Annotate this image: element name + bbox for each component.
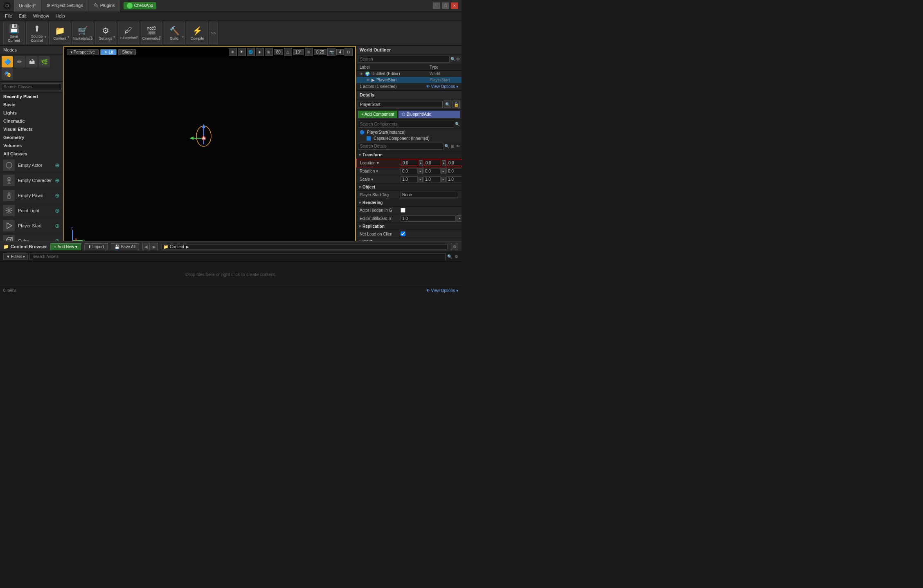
comp-item-playerstart[interactable]: 🔵 PlayerStart(Instance) [356, 129, 462, 135]
search-settings-icon[interactable]: ⚙ [455, 254, 458, 259]
vp-icon-1[interactable]: ⊕ [229, 48, 237, 56]
compile-button[interactable]: ⚡ Compile [187, 22, 208, 44]
player-start-tag-input[interactable] [401, 192, 458, 198]
mode-icon-mesh[interactable]: 🎭 [2, 68, 13, 80]
rot-y-spin[interactable]: ▸ [441, 168, 446, 174]
settings-icon[interactable]: ⚙ [456, 57, 460, 61]
tab-untitled[interactable]: Untitled* [14, 0, 41, 11]
add-new-button[interactable]: + Add New ▾ [50, 243, 81, 250]
cinematics-button[interactable]: 🎬 Cinematics ▾ [141, 22, 162, 44]
actor-name-input[interactable] [358, 101, 443, 108]
search-assets-input[interactable] [29, 253, 446, 260]
vp-num-angle[interactable]: 10° [293, 49, 304, 55]
close-button[interactable]: ✕ [451, 2, 458, 9]
loc-x-spin[interactable]: ▸ [419, 160, 423, 166]
category-geometry[interactable]: Geometry [0, 133, 63, 141]
category-all-classes[interactable]: All Classes [0, 150, 63, 158]
world-outliner-item-world[interactable]: 👁 🌍 Untitled (Editor) World [356, 71, 462, 77]
blueprints-button[interactable]: 🖊 Blueprints ▾ [118, 22, 139, 44]
category-volumes[interactable]: Volumes [0, 141, 63, 150]
build-button[interactable]: 🔨 Build ▾ [164, 22, 185, 44]
search-details-input[interactable] [358, 143, 443, 150]
source-control-button[interactable]: ⬆ Source Control ▾ [26, 22, 47, 44]
mode-icon-placement[interactable]: 🔷 [2, 56, 13, 67]
location-y-input[interactable] [424, 160, 441, 166]
vp-num-80[interactable]: 80 [274, 49, 283, 55]
details-browse-button[interactable]: 🔍 [444, 101, 451, 108]
rotation-x-input[interactable] [401, 168, 418, 174]
vp-icon-move[interactable]: ⊞ [305, 48, 313, 56]
search-components-input[interactable] [358, 121, 454, 128]
vp-icon-4[interactable]: ◈ [256, 48, 264, 56]
category-lights[interactable]: Lights [0, 109, 63, 117]
import-button[interactable]: ⬆ Import [84, 243, 108, 250]
content-button[interactable]: 📁 Content ▾ [49, 22, 70, 44]
mode-icon-paint[interactable]: ✏ [14, 56, 25, 67]
content-browser-path[interactable]: 📁 Content ▶ [161, 244, 448, 249]
cb-settings-button[interactable]: ⚙ [451, 243, 458, 250]
loc-y-spin[interactable]: ▸ [442, 160, 446, 166]
mode-icon-landscape[interactable]: 🏔 [26, 56, 38, 67]
placed-item-empty-actor[interactable]: Empty Actor ⊕ [0, 158, 63, 173]
scale-x-spin[interactable]: ▸ [419, 177, 423, 182]
nav-forward-button[interactable]: ▶ [151, 243, 158, 250]
menu-help[interactable]: Help [52, 11, 68, 20]
rot-x-spin[interactable]: ▸ [419, 168, 423, 174]
scale-y-input[interactable] [423, 176, 441, 182]
blueprint-button[interactable]: ⬡ Blueprint/Adc [398, 111, 460, 118]
replication-section-header[interactable]: ▾ Replication [356, 223, 462, 230]
location-x-input[interactable] [401, 160, 418, 166]
editor-billboard-input[interactable] [401, 215, 456, 222]
perspective-button[interactable]: ▾ Perspective [67, 49, 99, 55]
details-grid-icon[interactable]: ⊞ [451, 144, 454, 148]
viewport[interactable]: ▾ Perspective ☀ Lit Show ⊕ 👁 🌐 ◈ ⊞ 80 △ … [63, 46, 356, 241]
show-button[interactable]: Show [118, 49, 136, 55]
vp-icon-3[interactable]: 🌐 [247, 48, 255, 56]
input-section-header[interactable]: ▾ Input [356, 238, 462, 241]
marketplace-button[interactable]: 🛒 Marketplace ▾ [72, 22, 93, 44]
toolbar-expand-button[interactable]: >> [209, 22, 218, 44]
vp-num-4[interactable]: 4 [336, 49, 344, 55]
nav-back-button[interactable]: ◀ [142, 243, 150, 250]
location-z-input[interactable] [447, 160, 462, 166]
placed-item-cube[interactable]: Cube ⊕ [0, 233, 63, 241]
lit-button[interactable]: ☀ Lit [100, 49, 117, 55]
placed-item-player-start[interactable]: Player Start ⊕ [0, 218, 63, 233]
details-lock-button[interactable]: 🔒 [452, 101, 460, 108]
category-visual-effects[interactable]: Visual Effects [0, 125, 63, 133]
category-recently-placed[interactable]: Recently Placed [0, 92, 63, 101]
scale-y-spin[interactable]: ▸ [441, 177, 446, 182]
maximize-button[interactable]: □ [442, 2, 449, 9]
rotation-y-input[interactable] [423, 168, 441, 174]
vp-icon-5[interactable]: ⊞ [265, 48, 273, 56]
add-component-button[interactable]: + Add Component [358, 111, 397, 118]
net-load-checkbox[interactable] [401, 231, 405, 236]
vp-icon-angle[interactable]: △ [284, 48, 292, 56]
save-all-button[interactable]: 💾 Save All [111, 243, 139, 250]
vp-icon-camera[interactable]: 📷 [327, 48, 335, 56]
vp-icon-2[interactable]: 👁 [238, 48, 246, 56]
actor-hidden-checkbox[interactable] [401, 208, 405, 213]
comp-item-capsule[interactable]: 🟦 CapsuleComponent (Inherited) [356, 135, 462, 141]
minimize-button[interactable]: ─ [433, 2, 440, 9]
rendering-section-header[interactable]: ▾ Rendering [356, 199, 462, 206]
rotation-z-input[interactable] [446, 168, 462, 174]
tab-plugins[interactable]: 🔌 Plugins [88, 0, 120, 11]
menu-edit[interactable]: Edit [16, 11, 30, 20]
transform-section-header[interactable]: ▾ Transform [356, 151, 462, 159]
details-eye-icon[interactable]: 👁 [456, 144, 460, 148]
search-classes-input[interactable] [2, 83, 61, 90]
vp-num-025[interactable]: 0.25 [314, 49, 326, 55]
category-cinematic[interactable]: Cinematic [0, 117, 63, 125]
filters-button[interactable]: ▼ Filters ▾ [3, 253, 28, 260]
vp-maximize-icon[interactable]: ⊡ [344, 48, 353, 56]
tab-project-settings[interactable]: ⚙ Project Settings [41, 0, 88, 11]
world-outliner-search-input[interactable] [358, 56, 450, 63]
world-outliner-item-playerstart[interactable]: 👁 ▶ PlayerStart PlayerStart [356, 77, 462, 83]
object-section-header[interactable]: ▾ Object [356, 184, 462, 191]
menu-file[interactable]: File [2, 11, 16, 20]
placed-item-empty-pawn[interactable]: Empty Pawn ⊕ [0, 188, 63, 203]
editor-billboard-spin[interactable]: ▸ [457, 215, 462, 222]
wo-view-options-button[interactable]: 👁 View Options ▾ [426, 84, 458, 89]
placed-item-empty-character[interactable]: Empty Character ⊕ [0, 173, 63, 188]
